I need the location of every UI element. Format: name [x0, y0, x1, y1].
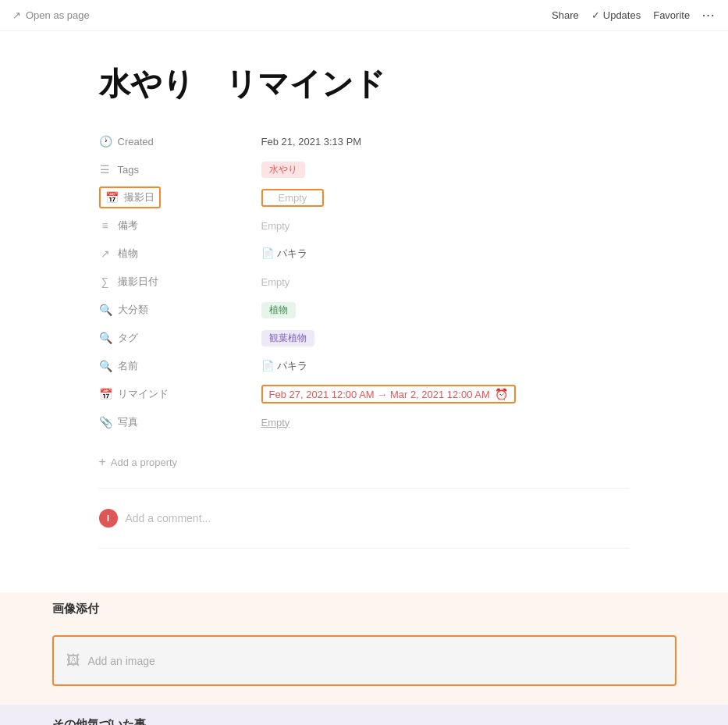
prop-label-text-shooting-date2: 撮影日付 [118, 275, 158, 289]
prop-value-tags[interactable]: 水やり [255, 155, 630, 183]
property-row-tag2: 🔍 タグ 観葉植物 [99, 324, 630, 352]
remind-date-range[interactable]: Feb 27, 2021 12:00 AM → Mar 2, 2021 12:0… [261, 385, 516, 403]
search-icon-1: 🔍 [99, 304, 112, 316]
notes-section: その他気づいた事 [0, 705, 728, 725]
calendar-icon-2: 📅 [99, 388, 112, 400]
doc-icon-2: 📄 [261, 360, 274, 371]
property-row-photo: 📎 写真 Empty [99, 408, 630, 436]
divider-2 [99, 548, 630, 549]
prop-label-text-shooting-date: 撮影日 [124, 190, 154, 204]
prop-label-text-tags: Tags [118, 164, 139, 176]
shooting-date-value[interactable]: Empty [261, 189, 325, 207]
notes-section-title-text: その他気づいた事 [52, 717, 146, 725]
prop-label-text-notes: 備考 [118, 219, 138, 233]
doc-icon-1: 📄 [261, 247, 274, 259]
prop-label-text-photo: 写真 [118, 415, 138, 429]
search-icon-3: 🔍 [99, 360, 112, 372]
prop-label-text-plant: 植物 [118, 247, 138, 261]
prop-label-text-created: Created [118, 136, 154, 147]
divider-1 [99, 488, 630, 489]
list-icon: ☰ [99, 163, 112, 176]
prop-value-name[interactable]: 📄パキラ [255, 352, 630, 380]
prop-label-remind: 📅 リマインド [99, 380, 255, 408]
property-row-notes: ≡ 備考 Empty [99, 211, 630, 240]
property-row-remind: 📅 リマインド Feb 27, 2021 12:00 AM → Mar 2, 2… [99, 380, 630, 408]
prop-label-shooting-date: 📅 撮影日 [99, 183, 255, 211]
prop-label-category: 🔍 大分類 [99, 296, 255, 324]
updates-button[interactable]: ✓ Updates [591, 9, 641, 21]
topbar-right: Share ✓ Updates Favorite ··· [552, 9, 716, 21]
add-comment-placeholder[interactable]: Add a comment... [126, 512, 211, 524]
prop-label-tag2: 🔍 タグ [99, 324, 255, 352]
more-button[interactable]: ··· [702, 9, 716, 21]
alarm-icon: ⏰ [495, 388, 508, 400]
tag-category[interactable]: 植物 [261, 302, 296, 318]
tag-kanyou[interactable]: 観葉植物 [261, 330, 314, 347]
notes-section-title: その他気づいた事 [52, 714, 677, 725]
prop-value-notes[interactable]: Empty [255, 211, 630, 240]
page-title[interactable]: 水やり リマインド [99, 62, 630, 105]
property-row-plant: ↗ 植物 📄パキラ [99, 240, 630, 268]
favorite-button[interactable]: Favorite [653, 9, 690, 21]
property-row-created: 🕐 Created Feb 21, 2021 3:13 PM [99, 127, 630, 155]
prop-label-shooting-date2: ∑ 撮影日付 [99, 268, 255, 296]
remind-date-text: Feb 27, 2021 12:00 AM → Mar 2, 2021 12:0… [269, 389, 490, 400]
property-row-name: 🔍 名前 📄パキラ [99, 352, 630, 380]
property-row-category: 🔍 大分類 植物 [99, 296, 630, 324]
tag-mizuyari[interactable]: 水やり [261, 162, 305, 178]
open-as-page-link[interactable]: Open as page [26, 9, 90, 21]
prop-value-category[interactable]: 植物 [255, 296, 630, 324]
clock-icon: 🕐 [99, 135, 112, 147]
properties-table: 🕐 Created Feb 21, 2021 3:13 PM ☰ Tags 水や… [99, 127, 630, 436]
add-property-button[interactable]: + Add a property [99, 449, 630, 475]
lines-icon: ≡ [99, 219, 112, 232]
share-button[interactable]: Share [552, 9, 579, 21]
property-row-shooting-date: 📅 撮影日 Empty [99, 183, 630, 211]
prop-label-text-name: 名前 [118, 359, 138, 373]
search-icon-2: 🔍 [99, 332, 112, 344]
prop-label-notes: ≡ 備考 [99, 211, 255, 240]
add-property-label: Add a property [111, 457, 177, 468]
prop-label-created: 🕐 Created [99, 127, 255, 155]
prop-label-text-remind: リマインド [118, 387, 169, 401]
prop-value-shooting-date[interactable]: Empty [255, 183, 630, 211]
prop-label-tags: ☰ Tags [99, 155, 255, 183]
topbar: ↗ Open as page Share ✓ Updates Favorite … [0, 0, 728, 31]
image-upload-icon: 🖼 [66, 652, 80, 669]
prop-label-text-tag2: タグ [118, 331, 138, 345]
add-icon: + [99, 455, 106, 469]
prop-value-photo[interactable]: Empty [255, 408, 630, 436]
checkmark-icon: ✓ [591, 9, 600, 21]
property-row-shooting-date2: ∑ 撮影日付 Empty [99, 268, 630, 296]
image-section-title: 画像添付 [52, 602, 677, 626]
prop-value-created[interactable]: Feb 21, 2021 3:13 PM [255, 127, 630, 155]
calendar-icon-1: 📅 [105, 191, 118, 204]
image-upload-box[interactable]: 🖼 Add an image [52, 635, 677, 686]
comment-avatar: I [99, 509, 118, 528]
property-row-tags: ☰ Tags 水やり [99, 155, 630, 183]
open-as-page-icon: ↗ [12, 9, 21, 21]
photo-empty[interactable]: Empty [261, 417, 290, 428]
updates-label: Updates [603, 9, 641, 21]
image-section: 画像添付 🖼 Add an image [0, 592, 728, 705]
prop-value-shooting-date2[interactable]: Empty [255, 268, 630, 296]
image-upload-label: Add an image [88, 655, 155, 667]
main-content: 水やり リマインド 🕐 Created Feb 21, 2021 3:13 PM… [52, 31, 677, 592]
image-section-title-text: 画像添付 [52, 602, 99, 615]
prop-label-text-category: 大分類 [118, 303, 148, 317]
prop-label-photo: 📎 写真 [99, 408, 255, 436]
prop-label-name: 🔍 名前 [99, 352, 255, 380]
paperclip-icon: 📎 [99, 416, 112, 428]
prop-label-plant: ↗ 植物 [99, 240, 255, 268]
prop-value-plant[interactable]: 📄パキラ [255, 240, 630, 268]
arrow-icon: ↗ [99, 247, 112, 260]
prop-value-remind[interactable]: Feb 27, 2021 12:00 AM → Mar 2, 2021 12:0… [255, 380, 630, 408]
prop-value-tag2[interactable]: 観葉植物 [255, 324, 630, 352]
comment-row: I Add a comment... [99, 501, 630, 535]
sigma-icon: ∑ [99, 275, 112, 288]
topbar-left: ↗ Open as page [12, 9, 90, 21]
